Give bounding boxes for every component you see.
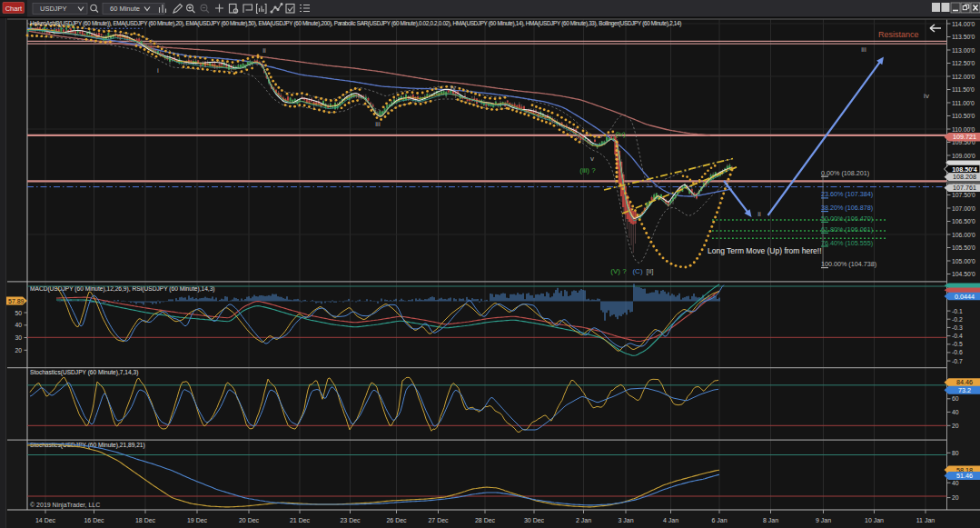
svg-text:-0.1: -0.1 <box>952 308 963 314</box>
svg-text:Long Term Move (Up) from here!: Long Term Move (Up) from here!! <box>708 246 822 255</box>
svg-text:iii: iii <box>861 45 866 54</box>
svg-text:108.208: 108.208 <box>953 173 976 181</box>
svg-text:3 Jan: 3 Jan <box>618 517 633 523</box>
svg-text:iv: iv <box>450 84 456 92</box>
svg-text:80: 80 <box>952 450 959 456</box>
svg-text:Resistance: Resistance <box>878 30 919 39</box>
svg-text:106.00'0: 106.00'0 <box>952 232 975 238</box>
svg-text:16 Dec: 16 Dec <box>84 517 104 523</box>
svg-text:30 Dec: 30 Dec <box>524 517 545 523</box>
svg-text:109.00'0: 109.00'0 <box>952 153 975 159</box>
svg-text:ii: ii <box>262 46 266 55</box>
svg-text:HeikenAshi8(USDJPY (60 Minute): HeikenAshi8(USDJPY (60 Minute)), EMA(USD… <box>30 20 681 27</box>
svg-text:v: v <box>590 154 594 163</box>
svg-text:73.2: 73.2 <box>958 386 971 394</box>
svg-text:(C): (C) <box>632 267 642 275</box>
svg-text:107.761: 107.761 <box>953 184 976 192</box>
svg-text:8 Jan: 8 Jan <box>763 517 778 523</box>
svg-text:0.0444: 0.0444 <box>955 293 975 301</box>
svg-text:50: 50 <box>15 310 22 316</box>
svg-text:iii: iii <box>375 120 381 128</box>
svg-text:114.00'0: 114.00'0 <box>952 21 975 27</box>
svg-text:23 Dec: 23 Dec <box>340 517 361 523</box>
svg-text:Chart: Chart <box>5 5 23 13</box>
svg-text:105.00'0: 105.00'0 <box>952 258 975 264</box>
svg-text:-0.2: -0.2 <box>952 316 963 323</box>
svg-text:23.60% (107.384): 23.60% (107.384) <box>821 190 873 198</box>
svg-text:51.46: 51.46 <box>956 472 973 480</box>
svg-text:20: 20 <box>952 494 959 501</box>
svg-text:60 Minute: 60 Minute <box>110 5 140 13</box>
svg-text:100.00% (104.738): 100.00% (104.738) <box>821 260 876 268</box>
svg-text:20 Dec: 20 Dec <box>239 517 260 523</box>
svg-text:104.50'0: 104.50'0 <box>952 271 975 277</box>
svg-text:28 Dec: 28 Dec <box>475 517 496 523</box>
svg-text:20: 20 <box>952 423 959 429</box>
svg-text:[ii]: [ii] <box>647 267 654 275</box>
svg-text:40: 40 <box>15 322 22 328</box>
svg-text:10 Jan: 10 Jan <box>865 517 884 523</box>
svg-text:61.80% (106.061): 61.80% (106.061) <box>821 225 873 234</box>
svg-text:14 Dec: 14 Dec <box>35 517 56 523</box>
svg-text:11 Jan: 11 Jan <box>916 517 935 523</box>
svg-text:USDJPY: USDJPY <box>40 5 67 13</box>
svg-text:19 Dec: 19 Dec <box>187 517 208 523</box>
svg-text:110.00'0: 110.00'0 <box>952 126 975 133</box>
svg-text:107.00'0: 107.00'0 <box>952 205 975 212</box>
svg-text:113.50'0: 113.50'0 <box>952 34 975 40</box>
svg-text:40: 40 <box>952 480 959 486</box>
svg-text:112.50'0: 112.50'0 <box>952 60 975 66</box>
svg-text:4 Jan: 4 Jan <box>663 517 678 523</box>
svg-text:0.00% (108.201): 0.00% (108.201) <box>821 169 869 177</box>
svg-text:ii: ii <box>757 210 761 218</box>
svg-text:Stochastics(USDJPY (60 Minute): Stochastics(USDJPY (60 Minute),21,89,21) <box>30 442 145 449</box>
svg-text:2 Jan: 2 Jan <box>576 517 591 523</box>
svg-text:105.50'0: 105.50'0 <box>952 244 975 251</box>
svg-text:6 Jan: 6 Jan <box>711 517 727 523</box>
svg-text:26 Dec: 26 Dec <box>386 517 407 523</box>
svg-text:-0.7: -0.7 <box>952 358 963 364</box>
svg-text:30: 30 <box>15 334 22 341</box>
svg-text:40: 40 <box>952 409 959 415</box>
svg-text:-0.5: -0.5 <box>952 341 963 347</box>
svg-text:111.50'0: 111.50'0 <box>952 86 975 93</box>
svg-text:iv: iv <box>924 92 929 100</box>
svg-text:9 Jan: 9 Jan <box>816 517 831 523</box>
svg-text:-0.6: -0.6 <box>952 349 963 355</box>
svg-text:109.721: 109.721 <box>953 133 976 141</box>
svg-text:111.00'0: 111.00'0 <box>952 100 975 106</box>
svg-text:-0.4: -0.4 <box>952 333 963 339</box>
svg-text:50.00% (106.470): 50.00% (106.470) <box>821 214 873 223</box>
svg-text:110.50'0: 110.50'0 <box>952 113 975 119</box>
svg-text:Stochastics(USDJPY (60 Minute): Stochastics(USDJPY (60 Minute),7,14,3) <box>30 369 138 376</box>
svg-text:21 Dec: 21 Dec <box>290 517 311 523</box>
svg-text:18 Dec: 18 Dec <box>135 517 156 523</box>
svg-text:(iii) ?: (iii) ? <box>579 166 596 174</box>
svg-text:(iv): (iv) <box>615 130 625 138</box>
svg-text:107.50'0: 107.50'0 <box>952 192 975 198</box>
svg-text:-0.3: -0.3 <box>952 324 963 331</box>
svg-text:© 2019 NinjaTrader, LLC: © 2019 NinjaTrader, LLC <box>30 502 100 509</box>
svg-text:i: i <box>157 66 159 75</box>
svg-text:27 Dec: 27 Dec <box>428 517 449 523</box>
svg-text:38.20% (106.878): 38.20% (106.878) <box>821 204 873 212</box>
svg-text:20: 20 <box>15 347 22 354</box>
svg-text:113.00'0: 113.00'0 <box>952 47 975 54</box>
svg-text:(V) ?: (V) ? <box>610 267 627 275</box>
svg-text:108.50'4: 108.50'4 <box>952 165 977 174</box>
svg-text:57.89: 57.89 <box>8 298 25 304</box>
svg-text:112.00'0: 112.00'0 <box>952 74 975 80</box>
svg-text:60: 60 <box>952 395 959 402</box>
svg-text:76.40% (105.555): 76.40% (105.555) <box>821 239 873 247</box>
svg-text:106.50'0: 106.50'0 <box>952 218 975 224</box>
